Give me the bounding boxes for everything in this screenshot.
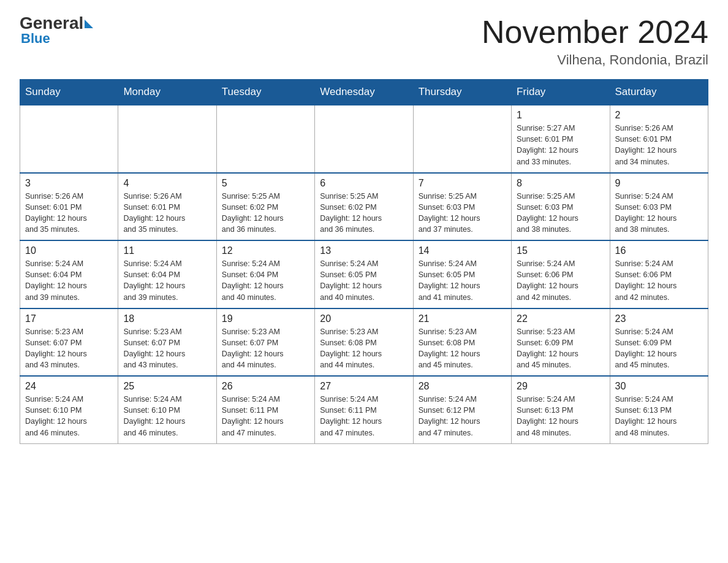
day-info: Sunrise: 5:24 AMSunset: 6:04 PMDaylight:… — [123, 258, 211, 303]
day-info: Sunrise: 5:23 AMSunset: 6:07 PMDaylight:… — [222, 326, 309, 371]
title-block: November 2024 Vilhena, Rondonia, Brazil — [482, 15, 708, 68]
logo-triangle-icon — [85, 20, 93, 28]
header-tuesday: Tuesday — [216, 80, 314, 105]
day-number: 2 — [615, 110, 703, 121]
page-header: General Blue November 2024 Vilhena, Rond… — [20, 15, 708, 68]
calendar-cell — [216, 105, 314, 173]
calendar-cell — [315, 105, 413, 173]
week-row-2: 3Sunrise: 5:26 AMSunset: 6:01 PMDaylight… — [20, 173, 708, 241]
calendar-cell: 28Sunrise: 5:24 AMSunset: 6:12 PMDayligh… — [413, 376, 511, 443]
day-number: 29 — [517, 381, 604, 392]
header-monday: Monday — [118, 80, 216, 105]
day-info: Sunrise: 5:25 AMSunset: 6:02 PMDaylight:… — [222, 191, 309, 236]
calendar-cell — [20, 105, 118, 173]
calendar-cell — [118, 105, 216, 173]
day-number: 1 — [517, 110, 604, 121]
day-number: 15 — [517, 245, 604, 256]
calendar-cell — [413, 105, 511, 173]
day-number: 16 — [615, 245, 703, 256]
calendar-cell: 1Sunrise: 5:27 AMSunset: 6:01 PMDaylight… — [512, 105, 610, 173]
location: Vilhena, Rondonia, Brazil — [482, 52, 708, 68]
calendar-cell: 25Sunrise: 5:24 AMSunset: 6:10 PMDayligh… — [118, 376, 216, 443]
calendar-cell: 11Sunrise: 5:24 AMSunset: 6:04 PMDayligh… — [118, 240, 216, 308]
day-info: Sunrise: 5:24 AMSunset: 6:13 PMDaylight:… — [517, 394, 604, 439]
day-number: 23 — [615, 313, 703, 324]
day-number: 21 — [419, 313, 506, 324]
calendar-cell: 10Sunrise: 5:24 AMSunset: 6:04 PMDayligh… — [20, 240, 118, 308]
calendar-cell: 18Sunrise: 5:23 AMSunset: 6:07 PMDayligh… — [118, 308, 216, 377]
day-number: 17 — [25, 313, 113, 324]
logo-blue: Blue — [21, 31, 50, 47]
calendar-cell: 14Sunrise: 5:24 AMSunset: 6:05 PMDayligh… — [413, 240, 511, 308]
day-number: 30 — [615, 381, 703, 392]
calendar-cell: 4Sunrise: 5:26 AMSunset: 6:01 PMDaylight… — [118, 173, 216, 241]
day-number: 8 — [517, 178, 604, 189]
day-number: 19 — [222, 313, 309, 324]
calendar-cell: 22Sunrise: 5:23 AMSunset: 6:09 PMDayligh… — [512, 308, 610, 377]
month-title: November 2024 — [482, 15, 708, 50]
day-info: Sunrise: 5:24 AMSunset: 6:04 PMDaylight:… — [25, 258, 113, 303]
calendar-cell: 12Sunrise: 5:24 AMSunset: 6:04 PMDayligh… — [216, 240, 314, 308]
day-number: 11 — [123, 245, 211, 256]
day-number: 12 — [222, 245, 309, 256]
day-info: Sunrise: 5:24 AMSunset: 6:09 PMDaylight:… — [615, 326, 703, 371]
day-info: Sunrise: 5:26 AMSunset: 6:01 PMDaylight:… — [615, 123, 703, 167]
day-number: 18 — [123, 313, 211, 324]
day-info: Sunrise: 5:24 AMSunset: 6:03 PMDaylight:… — [615, 191, 703, 236]
calendar-cell: 24Sunrise: 5:24 AMSunset: 6:10 PMDayligh… — [20, 376, 118, 443]
day-number: 10 — [25, 245, 113, 256]
calendar-cell: 17Sunrise: 5:23 AMSunset: 6:07 PMDayligh… — [20, 308, 118, 377]
day-number: 14 — [419, 245, 506, 256]
day-info: Sunrise: 5:24 AMSunset: 6:10 PMDaylight:… — [123, 394, 211, 439]
day-number: 22 — [517, 313, 604, 324]
logo-general: General — [20, 15, 83, 32]
day-info: Sunrise: 5:24 AMSunset: 6:11 PMDaylight:… — [320, 394, 408, 439]
calendar-cell: 8Sunrise: 5:25 AMSunset: 6:03 PMDaylight… — [512, 173, 610, 241]
day-info: Sunrise: 5:24 AMSunset: 6:13 PMDaylight:… — [615, 394, 703, 439]
day-number: 27 — [320, 381, 408, 392]
calendar-cell: 21Sunrise: 5:23 AMSunset: 6:08 PMDayligh… — [413, 308, 511, 377]
week-row-5: 24Sunrise: 5:24 AMSunset: 6:10 PMDayligh… — [20, 376, 708, 443]
day-number: 7 — [419, 178, 506, 189]
header-sunday: Sunday — [20, 80, 118, 105]
header-friday: Friday — [512, 80, 610, 105]
day-number: 3 — [25, 178, 113, 189]
day-number: 20 — [320, 313, 408, 324]
day-number: 13 — [320, 245, 408, 256]
calendar-cell: 16Sunrise: 5:24 AMSunset: 6:06 PMDayligh… — [610, 240, 708, 308]
day-info: Sunrise: 5:24 AMSunset: 6:06 PMDaylight:… — [615, 258, 703, 303]
day-info: Sunrise: 5:26 AMSunset: 6:01 PMDaylight:… — [123, 191, 211, 236]
calendar-cell: 23Sunrise: 5:24 AMSunset: 6:09 PMDayligh… — [610, 308, 708, 377]
day-number: 5 — [222, 178, 309, 189]
day-info: Sunrise: 5:23 AMSunset: 6:07 PMDaylight:… — [25, 326, 113, 371]
day-info: Sunrise: 5:24 AMSunset: 6:10 PMDaylight:… — [25, 394, 113, 439]
day-number: 9 — [615, 178, 703, 189]
day-info: Sunrise: 5:25 AMSunset: 6:03 PMDaylight:… — [419, 191, 506, 236]
day-info: Sunrise: 5:23 AMSunset: 6:07 PMDaylight:… — [123, 326, 211, 371]
day-info: Sunrise: 5:24 AMSunset: 6:06 PMDaylight:… — [517, 258, 604, 303]
calendar-cell: 29Sunrise: 5:24 AMSunset: 6:13 PMDayligh… — [512, 376, 610, 443]
day-info: Sunrise: 5:25 AMSunset: 6:02 PMDaylight:… — [320, 191, 408, 236]
day-info: Sunrise: 5:23 AMSunset: 6:08 PMDaylight:… — [320, 326, 408, 371]
day-number: 25 — [123, 381, 211, 392]
day-number: 28 — [419, 381, 506, 392]
day-number: 24 — [25, 381, 113, 392]
calendar-cell: 2Sunrise: 5:26 AMSunset: 6:01 PMDaylight… — [610, 105, 708, 173]
calendar-header-row: SundayMondayTuesdayWednesdayThursdayFrid… — [20, 80, 708, 105]
calendar-cell: 5Sunrise: 5:25 AMSunset: 6:02 PMDaylight… — [216, 173, 314, 241]
calendar-cell: 7Sunrise: 5:25 AMSunset: 6:03 PMDaylight… — [413, 173, 511, 241]
day-number: 4 — [123, 178, 211, 189]
day-info: Sunrise: 5:24 AMSunset: 6:05 PMDaylight:… — [320, 258, 408, 303]
header-saturday: Saturday — [610, 80, 708, 105]
calendar-cell: 20Sunrise: 5:23 AMSunset: 6:08 PMDayligh… — [315, 308, 413, 377]
calendar-cell: 13Sunrise: 5:24 AMSunset: 6:05 PMDayligh… — [315, 240, 413, 308]
day-info: Sunrise: 5:27 AMSunset: 6:01 PMDaylight:… — [517, 123, 604, 167]
week-row-3: 10Sunrise: 5:24 AMSunset: 6:04 PMDayligh… — [20, 240, 708, 308]
header-thursday: Thursday — [413, 80, 511, 105]
day-info: Sunrise: 5:23 AMSunset: 6:08 PMDaylight:… — [419, 326, 506, 371]
day-number: 26 — [222, 381, 309, 392]
day-number: 6 — [320, 178, 408, 189]
day-info: Sunrise: 5:24 AMSunset: 6:04 PMDaylight:… — [222, 258, 309, 303]
calendar-cell: 15Sunrise: 5:24 AMSunset: 6:06 PMDayligh… — [512, 240, 610, 308]
day-info: Sunrise: 5:25 AMSunset: 6:03 PMDaylight:… — [517, 191, 604, 236]
